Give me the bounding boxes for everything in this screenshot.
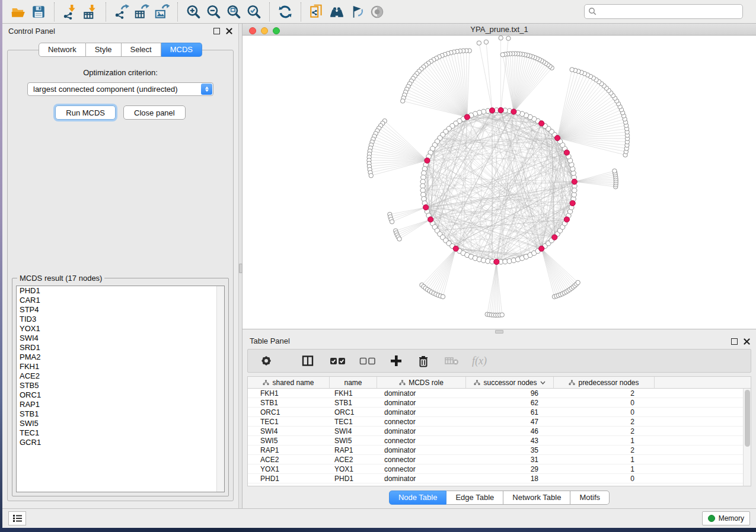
table-cell: 2 [554, 446, 655, 454]
mcds-result-node[interactable]: SWI5 [17, 419, 224, 428]
node-table-body: FKH1FKH1dominator962STB1STB1dominator620… [248, 389, 751, 483]
search-networks-icon[interactable] [327, 2, 347, 21]
mcds-list-scrollbar[interactable] [216, 286, 224, 492]
float-table-panel-icon[interactable] [731, 338, 738, 345]
horizontal-splitter-grip[interactable] [495, 330, 503, 334]
zoom-out-icon[interactable] [203, 2, 224, 21]
tab-network-table[interactable]: Network Table [503, 491, 570, 505]
search-input[interactable] [584, 4, 743, 19]
task-history-button[interactable] [8, 511, 26, 525]
share-network-icon[interactable] [307, 2, 327, 21]
mcds-result-node[interactable]: CAR1 [17, 296, 224, 305]
mcds-result-node[interactable]: TEC1 [17, 428, 224, 438]
table-cell: SWI5 [330, 437, 377, 445]
mcds-result-node[interactable]: SRD1 [17, 343, 224, 352]
table-cell: 31 [466, 456, 554, 464]
table-settings-gear-icon[interactable] [260, 352, 273, 370]
mcds-result-node[interactable]: GCR1 [17, 438, 224, 447]
import-network-icon[interactable] [60, 2, 80, 21]
network-window-title: YPA_prune.txt_1 [470, 25, 528, 34]
tab-style[interactable]: Style [86, 43, 122, 57]
mcds-result-node[interactable]: STB5 [17, 381, 224, 390]
hide-panel-icon[interactable] [347, 2, 367, 21]
refresh-icon[interactable] [275, 2, 295, 21]
save-session-icon[interactable] [28, 2, 49, 21]
table-scrollbar[interactable] [743, 389, 751, 486]
window-maximize-button[interactable] [273, 27, 280, 34]
table-row[interactable]: PHD1PHD1dominator180 [248, 474, 751, 483]
open-file-icon[interactable] [8, 2, 28, 21]
control-panel: Control Panel Network Style Select MCDS … [2, 24, 238, 508]
close-panel-button[interactable]: Close panel [123, 105, 186, 120]
table-cell: SWI4 [248, 427, 330, 435]
mcds-result-node[interactable]: RAP1 [17, 400, 224, 409]
delete-column-trash-icon[interactable] [417, 352, 429, 370]
table-row[interactable]: YOX1YOX1connector291 [248, 464, 751, 474]
run-mcds-button[interactable]: Run MCDS [55, 105, 116, 120]
tab-edge-table[interactable]: Edge Table [446, 491, 503, 505]
mcds-result-node[interactable]: YOX1 [17, 324, 224, 334]
zoom-in-icon[interactable] [183, 2, 203, 21]
export-image-icon[interactable] [152, 2, 172, 21]
toolbar-separator [106, 2, 106, 21]
mcds-result-node[interactable]: STB1 [17, 409, 224, 419]
table-cell: 1 [554, 456, 655, 464]
show-columns-icon[interactable] [301, 352, 314, 370]
deselect-all-icon[interactable] [359, 352, 376, 370]
function-builder-icon-disabled: f(x) [472, 352, 487, 370]
table-tab-bar: Node Table Edge Table Network Table Moti… [243, 491, 756, 505]
table-row[interactable]: ACE2ACE2connector311 [248, 455, 751, 464]
table-row[interactable]: SWI4SWI4dominator462 [248, 427, 751, 436]
optimization-criterion-select[interactable]: largest connected component (undirected) [27, 82, 213, 96]
table-row[interactable]: ORC1ORC1dominator610 [248, 408, 751, 417]
close-panel-icon[interactable] [226, 28, 232, 34]
select-all-icon[interactable] [330, 352, 346, 370]
column-header-name[interactable]: name [330, 377, 377, 388]
mcds-result-node[interactable]: PHD1 [17, 286, 224, 296]
table-scrollbar-thumb[interactable] [745, 390, 750, 447]
sort-descending-icon [540, 381, 546, 384]
mcds-result-node[interactable]: PMA2 [17, 352, 224, 362]
import-table-icon[interactable] [80, 2, 100, 21]
table-row[interactable]: SWI5SWI5connector431 [248, 436, 751, 446]
network-canvas[interactable] [243, 36, 756, 329]
zoom-selected-icon[interactable] [244, 2, 264, 21]
tab-node-table[interactable]: Node Table [389, 491, 447, 505]
memory-label: Memory [719, 514, 744, 523]
column-header-mcds-role[interactable]: MCDS role [377, 377, 466, 388]
add-column-icon[interactable] [390, 352, 402, 370]
tab-select[interactable]: Select [122, 43, 161, 57]
node-table: shared name name MCDS role successor nod… [247, 376, 751, 486]
tab-mcds[interactable]: MCDS [161, 43, 202, 57]
horizontal-splitter[interactable] [243, 329, 756, 334]
tab-network[interactable]: Network [39, 43, 86, 57]
column-header-shared-name[interactable]: shared name [248, 377, 330, 388]
table-row[interactable]: RAP1RAP1dominator352 [248, 446, 751, 455]
mcds-result-node[interactable]: SWI4 [17, 334, 224, 343]
table-cell: 2 [554, 427, 655, 435]
select-stepper-icon [201, 84, 212, 95]
float-panel-icon[interactable] [213, 28, 220, 34]
mcds-result-node[interactable]: STP4 [17, 305, 224, 315]
mcds-result-node[interactable]: FKH1 [17, 362, 224, 371]
column-header-predecessor-nodes[interactable]: predecessor nodes [554, 377, 655, 388]
table-row[interactable]: TEC1TEC1connector472 [248, 417, 751, 427]
mcds-result-node[interactable]: ORC1 [17, 390, 224, 400]
close-table-panel-icon[interactable] [744, 338, 750, 345]
table-cell: PHD1 [248, 475, 330, 483]
memory-button[interactable]: Memory [702, 511, 750, 525]
table-cell: 0 [554, 399, 655, 407]
export-network-icon[interactable] [111, 2, 132, 21]
mcds-result-node[interactable]: TID3 [17, 315, 224, 324]
table-row[interactable]: FKH1FKH1dominator962 [248, 389, 751, 398]
table-row[interactable]: STB1STB1dominator620 [248, 398, 751, 408]
vertical-splitter[interactable] [238, 24, 243, 508]
mcds-result-node[interactable]: ACE2 [17, 371, 224, 381]
table-cell: connector [377, 465, 466, 473]
tab-motifs[interactable]: Motifs [570, 491, 610, 505]
zoom-fit-icon[interactable] [224, 2, 244, 21]
export-table-icon[interactable] [132, 2, 152, 21]
window-minimize-button[interactable] [261, 27, 268, 34]
column-header-successor-nodes[interactable]: successor nodes [466, 377, 554, 388]
window-close-button[interactable] [249, 27, 256, 34]
